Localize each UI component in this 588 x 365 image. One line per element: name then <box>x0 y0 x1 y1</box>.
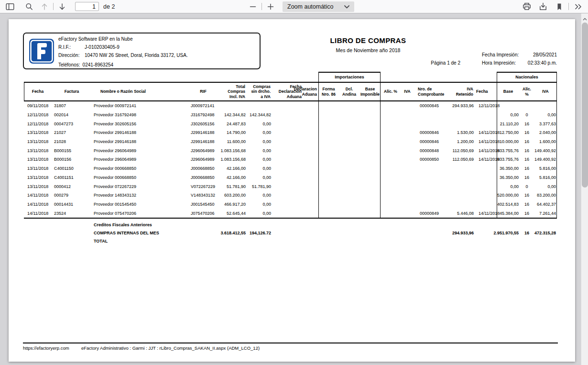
table-row: 13/11/20180000412Proveedor 072267229V072… <box>24 182 557 191</box>
cell-forma86 <box>318 191 339 200</box>
column-header-forma86: Forma Nro. 86 <box>318 83 339 100</box>
group-header-nacionales: Nacionales <box>497 72 557 82</box>
total-base-nac: 2.951.970,55 <box>475 229 520 237</box>
company-phones: Teléfonos:0241-8963254 <box>58 62 113 67</box>
totals-row: Creditos Fiscales Anteriores <box>24 221 557 229</box>
cell-dcl-andina <box>339 173 359 182</box>
cell-fecha-comp <box>475 111 497 120</box>
efactory-logo <box>29 38 54 65</box>
cell-iva-nac: 7.261,44 <box>534 209 557 218</box>
table-vertical-line <box>380 72 381 218</box>
totals-label: Creditos Fiscales Anteriores <box>92 221 218 229</box>
cell-sin-drcho: 0,00 <box>247 155 272 164</box>
cell-iva <box>401 191 414 200</box>
pdf-viewer-toolbar: de 2 Zoom automático <box>0 0 588 13</box>
cell-dcl-andina <box>339 146 359 155</box>
cell-sin-drcho <box>247 101 272 111</box>
printed-date-value: 28/05/2021 <box>514 52 557 57</box>
cell-factura: 002014 <box>52 111 92 120</box>
cell-alic-nac: 16 <box>520 173 534 182</box>
cell-comprobante <box>414 119 450 128</box>
print-button[interactable] <box>521 1 533 12</box>
cell-total-compras: 24.487,83 <box>218 119 247 128</box>
cell-total-compras <box>218 101 247 111</box>
cell-fecha: 13/11/2018 <box>24 173 52 182</box>
scrollbar-thumb[interactable] <box>582 22 588 188</box>
cell-sin-drcho: 0,00 <box>247 191 272 200</box>
search-button[interactable] <box>23 1 35 12</box>
cell-alic-nac: 16 <box>520 146 534 155</box>
cell-rif: J000668850 <box>188 173 218 182</box>
cell-comprobante: 00000846 <box>414 137 450 146</box>
cell-total-compras: 51.781,90 <box>218 182 247 191</box>
cell-factura: C4001150 <box>52 164 92 173</box>
cell-base-imp <box>359 182 381 191</box>
page-number-input[interactable] <box>75 2 99 11</box>
previous-page-button[interactable] <box>38 1 51 12</box>
totals-label: COMPRAS INTERNAS DEL MES <box>92 229 218 237</box>
cell-base-imp <box>359 191 381 200</box>
chevron-down-icon <box>344 3 349 10</box>
cell-total-compras: 142.344,82 <box>218 111 247 120</box>
cell-factura: 00014431 <box>52 200 92 209</box>
cell-alic-pct <box>381 191 401 200</box>
cell-iva <box>401 155 414 164</box>
cell-fecha: 14/11/2018 <box>24 200 52 209</box>
cell-comprobante <box>414 200 450 209</box>
cell-forma86 <box>318 155 339 164</box>
cell-iva <box>401 128 414 137</box>
cell-base-imp <box>359 111 381 120</box>
cell-fecha-decl <box>272 182 303 191</box>
column-header-iva: IVA <box>401 83 414 100</box>
zoom-in-button[interactable] <box>264 1 277 12</box>
cell-dcl-andina <box>339 101 359 111</box>
zoom-select[interactable]: Zoom automático <box>283 1 354 12</box>
cell-rif: J299146188 <box>188 137 218 146</box>
cell-rif: J299146188 <box>188 128 218 137</box>
cell-iva-retenido <box>450 182 475 191</box>
cell-factura: 000279 <box>52 191 92 200</box>
sidebar-toggle-icon <box>6 3 14 11</box>
column-header-base-imp: Base Imponible <box>359 83 381 100</box>
cell-decl-aduana <box>303 101 318 111</box>
scroll-up-arrow[interactable] <box>581 15 588 22</box>
cell-decl-aduana <box>303 209 318 218</box>
cell-total-compras: 52.645,44 <box>218 209 247 218</box>
cell-iva <box>401 164 414 173</box>
cell-fecha-decl <box>272 146 303 155</box>
double-chevron-right-icon <box>574 3 582 10</box>
column-header-total-compras: Total Compras Incl. IVA <box>218 83 247 100</box>
download-button[interactable] <box>537 1 549 12</box>
cell-rif: J296064989 <box>188 146 218 155</box>
company-name: eFactory Software ERP en la Nube <box>58 36 132 42</box>
pdf-viewport: eFactory Software ERP en la Nube R.I.F.:… <box>0 13 581 365</box>
vertical-scrollbar[interactable] <box>581 13 588 365</box>
cell-nombre: Proveedor 299146188 <box>92 137 188 146</box>
cell-iva-nac: 1.600,00 <box>534 137 557 146</box>
next-page-button[interactable] <box>56 1 68 12</box>
more-tools-button[interactable] <box>572 1 584 12</box>
cell-iva <box>401 200 414 209</box>
cell-fecha-decl <box>272 111 303 120</box>
search-icon <box>25 3 33 11</box>
cell-alic-pct <box>381 173 401 182</box>
cell-forma86 <box>318 111 339 120</box>
cell-sin-drcho: 0,00 <box>247 137 272 146</box>
cell-rif: V148343132 <box>188 191 218 200</box>
arrow-up-icon <box>41 3 48 11</box>
cell-fecha: 13/11/2018 <box>24 146 52 155</box>
column-header-iva-retenido: IVA Retenido <box>450 83 475 100</box>
cell-iva-retenido: 1.200,00 <box>450 137 475 146</box>
sidebar-toggle-button[interactable] <box>4 1 16 12</box>
cell-rif: J000972141 <box>188 101 218 111</box>
column-header-rif: RIF <box>188 83 218 100</box>
current-view-button[interactable] <box>553 1 566 12</box>
cell-base-nac: 0,00 <box>497 182 520 191</box>
zoom-out-button[interactable] <box>247 1 259 12</box>
cell-fecha-comp: 14/11/2018 <box>475 155 497 164</box>
cell-total-compras: 1.083.156,68 <box>218 155 247 164</box>
table-row: 13/11/201821028Proveedor 299146188J29914… <box>24 137 557 146</box>
cell-base-imp <box>359 173 381 182</box>
cell-nombre: Proveedor 299146188 <box>92 128 188 137</box>
cell-nombre: Proveedor 296064989 <box>92 146 188 155</box>
